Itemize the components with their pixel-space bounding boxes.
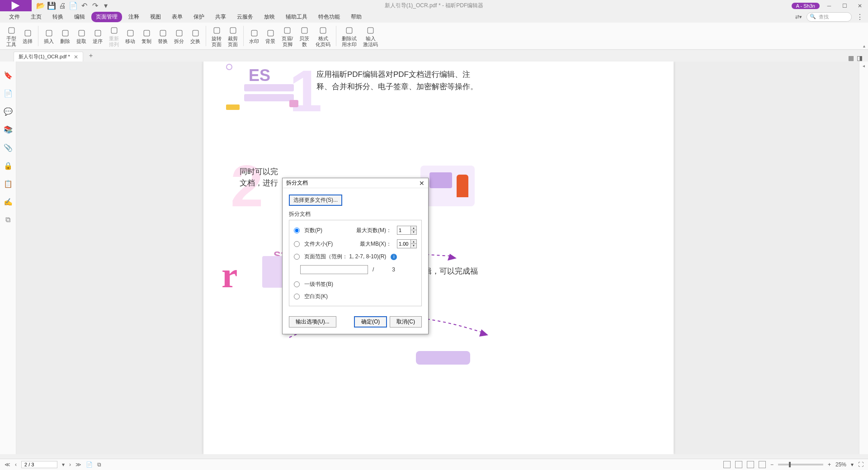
menu-features[interactable]: 特色功能 bbox=[314, 12, 344, 22]
ribbon-select-tool[interactable]: ▢选择 bbox=[20, 27, 35, 45]
radio-pages[interactable] bbox=[294, 228, 300, 233]
zoom-out-button[interactable]: − bbox=[770, 461, 774, 468]
spin-up-icon[interactable]: ▲ bbox=[411, 240, 416, 244]
menu-accessibility[interactable]: 辅助工具 bbox=[281, 12, 312, 22]
continuous-facing-view-icon[interactable] bbox=[759, 461, 766, 468]
info-icon[interactable]: i bbox=[391, 254, 397, 260]
menu-comment[interactable]: 注释 bbox=[124, 12, 144, 22]
undo-icon[interactable]: ↶ bbox=[80, 2, 88, 9]
max-mb-spinner[interactable]: ▲▼ bbox=[397, 239, 417, 248]
cancel-button[interactable]: 取消(C) bbox=[390, 316, 422, 328]
open-icon[interactable]: 📂 bbox=[37, 2, 44, 9]
radio-blank[interactable] bbox=[294, 294, 300, 299]
user-badge[interactable]: A - Sh3n bbox=[792, 3, 820, 9]
output-options-button[interactable]: 输出选项(U)... bbox=[289, 316, 336, 328]
last-page-button[interactable]: ≫ bbox=[75, 461, 81, 468]
menu-protect[interactable]: 保护 bbox=[189, 12, 209, 22]
page-number-input[interactable] bbox=[21, 461, 57, 468]
ribbon-replace[interactable]: ▢替换 bbox=[155, 27, 170, 45]
ribbon-swap[interactable]: ▢交换 bbox=[188, 27, 203, 45]
document-icon[interactable]: 📄 bbox=[70, 2, 77, 9]
page-view-icon[interactable]: 📄 bbox=[86, 461, 93, 468]
pages-icon[interactable]: 📄 bbox=[4, 89, 13, 98]
next-page-button[interactable]: › bbox=[69, 461, 71, 468]
first-page-button[interactable]: ≪ bbox=[5, 461, 10, 468]
redo-icon[interactable]: ↷ bbox=[91, 2, 99, 9]
panel-toggle-icon[interactable]: ◨ bbox=[857, 54, 863, 62]
minimize-button[interactable]: ─ bbox=[823, 1, 835, 10]
signature-icon[interactable]: ✍ bbox=[4, 197, 13, 206]
menu-slideshow[interactable]: 放映 bbox=[259, 12, 279, 22]
ribbon-extract[interactable]: ▢提取 bbox=[74, 27, 89, 45]
close-button[interactable]: ✕ bbox=[854, 1, 866, 10]
menu-more-icon[interactable]: ⋮ bbox=[856, 13, 863, 21]
ribbon-reverse[interactable]: ▢逆序 bbox=[90, 27, 105, 45]
ribbon-insert[interactable]: ▢插入 bbox=[41, 27, 57, 45]
bookmark-icon[interactable]: 🔖 bbox=[4, 71, 13, 80]
menu-form[interactable]: 表单 bbox=[167, 12, 187, 22]
select-more-files-button[interactable]: 选择更多文件(S)... bbox=[289, 195, 342, 206]
layers-icon[interactable]: 📚 bbox=[4, 125, 13, 134]
page-range-input[interactable] bbox=[300, 265, 368, 274]
copy-page-icon[interactable]: ⧉ bbox=[97, 461, 101, 468]
radio-range[interactable] bbox=[294, 254, 300, 260]
security-icon[interactable]: 🔒 bbox=[4, 161, 13, 170]
collapse-right-icon[interactable]: ◂ bbox=[859, 63, 868, 68]
menu-home[interactable]: 主页 bbox=[26, 12, 46, 22]
menu-help[interactable]: 帮助 bbox=[346, 12, 366, 22]
max-pages-input[interactable] bbox=[397, 226, 410, 234]
reading-mode-icon[interactable]: ⇄▾ bbox=[795, 14, 802, 20]
ribbon-split[interactable]: ▢拆分 bbox=[171, 27, 187, 45]
menu-cloud[interactable]: 云服务 bbox=[232, 12, 258, 22]
dropdown-icon[interactable]: ▾ bbox=[102, 2, 109, 9]
fullscreen-icon[interactable]: ⛶ bbox=[858, 461, 863, 468]
ribbon-rearrange[interactable]: ▢重新排列 bbox=[106, 24, 122, 47]
ribbon-collapse-icon[interactable]: ▴ bbox=[863, 43, 865, 48]
radio-filesize[interactable] bbox=[294, 241, 300, 247]
comments-icon[interactable]: 💬 bbox=[4, 107, 13, 116]
ok-button[interactable]: 确定(O) bbox=[354, 316, 387, 328]
tab-close-icon[interactable]: ✕ bbox=[74, 54, 78, 60]
ribbon-rotate[interactable]: ▢旋转页面 bbox=[209, 24, 224, 47]
facing-view-icon[interactable] bbox=[747, 461, 754, 468]
document-viewport[interactable]: 1 ES 应用福昕PDF编辑器对PDF文档进行编辑、注释、合并和拆分、电子签章、… bbox=[16, 62, 859, 454]
max-pages-spinner[interactable]: ▲▼ bbox=[397, 226, 417, 235]
menu-edit[interactable]: 编辑 bbox=[70, 12, 90, 22]
prev-page-button[interactable]: ‹ bbox=[15, 461, 17, 468]
continuous-view-icon[interactable] bbox=[735, 461, 742, 468]
ribbon-watermark[interactable]: ▢水印 bbox=[246, 27, 262, 45]
ribbon-format-page-num[interactable]: ▢格式化页码 bbox=[313, 24, 333, 47]
menu-page-manage[interactable]: 页面管理 bbox=[91, 12, 122, 22]
ribbon-remove-trial-wm[interactable]: ▢删除试用水印 bbox=[339, 24, 359, 47]
save-icon[interactable]: 💾 bbox=[48, 2, 55, 9]
ribbon-enter-key[interactable]: ▢输入激活码 bbox=[360, 24, 381, 47]
document-tab[interactable]: 新人引导(1)_OCR.pdf * ✕ bbox=[14, 52, 83, 62]
ribbon-hand-tool[interactable]: ▢手型工具 bbox=[4, 24, 19, 47]
spin-down-icon[interactable]: ▼ bbox=[411, 244, 416, 248]
ribbon-crop[interactable]: ▢裁剪页面 bbox=[225, 24, 241, 47]
ribbon-duplicate[interactable]: ▢复制 bbox=[139, 27, 154, 45]
menu-file[interactable]: 文件 bbox=[5, 12, 24, 22]
single-page-view-icon[interactable] bbox=[723, 461, 731, 468]
fields-icon[interactable]: 📋 bbox=[4, 179, 13, 188]
ribbon-header-footer[interactable]: ▢页眉/页脚 bbox=[279, 24, 296, 47]
attachments-icon[interactable]: 📎 bbox=[4, 143, 13, 152]
ribbon-move[interactable]: ▢移动 bbox=[123, 27, 138, 45]
zoom-in-button[interactable]: + bbox=[828, 461, 831, 468]
max-mb-input[interactable] bbox=[397, 240, 410, 248]
menu-view[interactable]: 视图 bbox=[146, 12, 165, 22]
page-dropdown-icon[interactable]: ▾ bbox=[62, 461, 65, 468]
zoom-dropdown-icon[interactable]: ▾ bbox=[851, 461, 854, 468]
new-tab-button[interactable]: ＋ bbox=[88, 52, 94, 62]
dialog-titlebar[interactable]: 拆分文档 ✕ bbox=[283, 178, 428, 188]
maximize-button[interactable]: ☐ bbox=[839, 1, 850, 10]
compare-icon[interactable]: ⧉ bbox=[4, 215, 13, 224]
menu-share[interactable]: 共享 bbox=[211, 12, 231, 22]
ribbon-bates[interactable]: ▢贝茨数 bbox=[297, 24, 312, 47]
thumbnail-view-icon[interactable]: ▦ bbox=[848, 54, 854, 62]
spin-down-icon[interactable]: ▼ bbox=[411, 230, 416, 234]
print-icon[interactable]: 🖨 bbox=[59, 2, 66, 9]
menu-convert[interactable]: 转换 bbox=[48, 12, 68, 22]
dialog-close-icon[interactable]: ✕ bbox=[419, 180, 425, 187]
ribbon-delete[interactable]: ▢删除 bbox=[57, 27, 73, 45]
